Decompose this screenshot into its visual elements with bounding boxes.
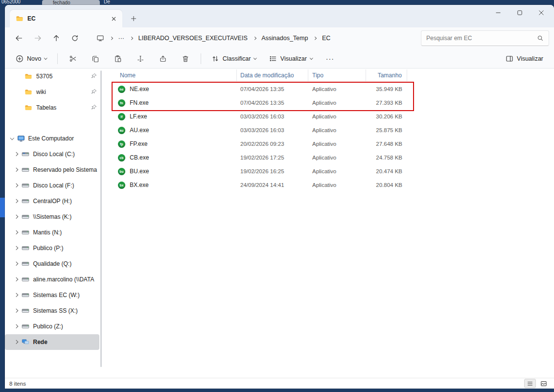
file-row-ne[interactable]: neNE.exe 07/04/2026 13:35 Aplicativo 35.…: [105, 82, 554, 96]
up-button[interactable]: [47, 30, 66, 46]
sidebar-scrollbar[interactable]: [100, 70, 102, 367]
new-button[interactable]: Novo: [11, 51, 52, 67]
forward-button[interactable]: [28, 30, 47, 46]
close-button[interactable]: [531, 5, 552, 21]
tab-bar: EC: [5, 5, 554, 27]
window-controls: [487, 5, 552, 21]
file-row-lf[interactable]: lfLF.exe 03/03/2026 16:03 Aplicativo 30.…: [105, 110, 554, 123]
chevron-right-icon[interactable]: [14, 199, 18, 203]
drive-icon: [22, 276, 29, 283]
chevron-right-icon[interactable]: [14, 246, 18, 250]
chevron-right-icon[interactable]: [14, 309, 18, 313]
minimize-button[interactable]: [487, 5, 509, 21]
copy-button[interactable]: [86, 51, 105, 67]
file-size: 27.393 KB: [366, 100, 407, 106]
tab-close-button[interactable]: [109, 14, 118, 23]
file-row-bu[interactable]: buBU.exe 19/02/2026 16:25 Aplicativo 20.…: [105, 164, 554, 178]
background-tab-fragment: fechado: [42, 0, 100, 5]
chevron-right-icon[interactable]: [14, 215, 18, 219]
delete-button[interactable]: [176, 51, 195, 67]
chevron-right-icon[interactable]: [14, 262, 18, 266]
drive-icon: [22, 291, 29, 299]
refresh-button[interactable]: [66, 30, 84, 46]
chevron-right-icon[interactable]: [14, 184, 18, 187]
paste-button[interactable]: [108, 51, 128, 67]
preview-pane-button[interactable]: Visualizar: [501, 51, 548, 67]
sidebar-item-drive-reservado[interactable]: Reservado pelo Sistema: [5, 162, 105, 178]
monitor-icon: [96, 34, 104, 42]
sort-button[interactable]: Classificar: [207, 51, 261, 67]
rename-button[interactable]: [131, 51, 150, 67]
chevron-right-icon[interactable]: [14, 277, 18, 281]
back-button[interactable]: [10, 30, 28, 46]
chevron-right-icon[interactable]: [130, 37, 133, 40]
sidebar-item-drive-q[interactable]: Qualidade (Q:): [5, 256, 105, 272]
sidebar-item-drive-z[interactable]: Publico (Z:): [5, 319, 105, 334]
thumbnail-view-toggle[interactable]: [538, 379, 550, 388]
file-row-fn[interactable]: fnFN.exe 07/04/2026 13:35 Aplicativo 27.…: [105, 96, 554, 110]
column-header-data[interactable]: Data de modificação: [237, 69, 308, 81]
sidebar-item-drive-p[interactable]: Publico (P:): [5, 240, 105, 256]
maximize-icon: [517, 10, 523, 16]
search-input[interactable]: [426, 35, 537, 42]
breadcrumb-overflow-button[interactable]: ···: [116, 33, 127, 43]
sidebar-item-drive-aline[interactable]: aline.marcolino (\\DATA: [5, 272, 105, 287]
file-row-au[interactable]: auAU.exe 03/03/2026 16:03 Aplicativo 25.…: [105, 123, 554, 137]
sidebar-item-drive-c[interactable]: Disco Local (C:): [5, 146, 105, 162]
sidebar-item-drive-f[interactable]: Disco Local (F:): [5, 178, 105, 193]
background-fragment-text: De: [104, 0, 110, 4]
breadcrumb-item-current[interactable]: EC: [320, 33, 333, 43]
cut-button[interactable]: [63, 51, 83, 67]
breadcrumb-computer-button[interactable]: [94, 33, 107, 44]
new-tab-button[interactable]: [127, 12, 140, 25]
sidebar-item-tabelas[interactable]: Tabelas: [5, 100, 105, 115]
background-window-strip: 0652000 fechado De: [0, 0, 554, 5]
file-row-fp[interactable]: fpFP.exe 20/02/2026 09:23 Aplicativo 27.…: [105, 137, 554, 151]
drive-icon: [22, 323, 29, 330]
sidebar-item-drive-n[interactable]: Mantis (N:): [5, 225, 105, 240]
chevron-right-icon[interactable]: [14, 293, 18, 297]
chevron-right-icon[interactable]: [253, 37, 256, 40]
chevron-right-icon[interactable]: [110, 37, 113, 40]
share-button[interactable]: [153, 51, 173, 67]
maximize-button[interactable]: [509, 5, 531, 21]
breadcrumb-item[interactable]: LIBERADO_VERSOES_EXECUTAVEIS: [136, 33, 250, 43]
file-row-bx[interactable]: bxBX.exe 24/09/2024 14:41 Aplicativo 20.…: [105, 178, 554, 192]
file-size: 24.758 KB: [366, 155, 407, 161]
folder-icon: [24, 104, 32, 112]
chevron-right-icon[interactable]: [314, 37, 317, 40]
tab-ec[interactable]: EC: [10, 10, 122, 27]
sidebar-item-drive-k[interactable]: \\Sistemas (K:): [5, 209, 105, 225]
file-explorer-window: EC: [5, 5, 554, 389]
chevron-down-icon: [310, 56, 313, 59]
ellipsis-icon: ···: [326, 55, 334, 63]
column-header-tamanho[interactable]: Tamanho: [366, 69, 407, 81]
file-row-cb[interactable]: cbCB.exe 19/02/2026 17:25 Aplicativo 24.…: [105, 151, 554, 164]
breadcrumb-item[interactable]: Assinados_Temp: [259, 33, 310, 43]
view-button[interactable]: Visualizar: [264, 51, 317, 67]
app-file-icon: lf: [118, 113, 125, 120]
sidebar-item-drive-w[interactable]: Sistemas EC (W:): [5, 287, 105, 303]
navigation-pane: 53705 wiki Tabelas Este Comp: [5, 69, 105, 378]
chevron-right-icon[interactable]: [14, 231, 18, 234]
chevron-right-icon[interactable]: [14, 152, 18, 156]
sidebar-item-53705[interactable]: 53705: [5, 69, 105, 84]
sidebar-item-wiki[interactable]: wiki: [5, 84, 105, 100]
sidebar-item-network[interactable]: Rede: [5, 334, 99, 350]
more-options-button[interactable]: ···: [320, 51, 340, 67]
file-name: FP.exe: [130, 140, 147, 147]
sidebar-item-drive-x[interactable]: Sistemas SS (X:): [5, 303, 105, 319]
file-size: 25.875 KB: [366, 127, 407, 133]
tab-label: EC: [27, 15, 36, 22]
sidebar-item-this-pc[interactable]: Este Computador: [5, 131, 105, 146]
chevron-down-icon[interactable]: [10, 136, 14, 140]
details-view-toggle[interactable]: [524, 379, 536, 388]
plus-circle-icon: [16, 55, 23, 63]
chevron-right-icon[interactable]: [14, 324, 18, 328]
sidebar-item-drive-h[interactable]: CentralOP (H:): [5, 193, 105, 209]
column-header-nome[interactable]: Nome: [105, 69, 237, 81]
chevron-right-icon[interactable]: [14, 340, 18, 344]
column-header-tipo[interactable]: Tipo: [308, 69, 366, 81]
drive-icon: [22, 260, 29, 268]
chevron-right-icon[interactable]: [14, 168, 18, 172]
